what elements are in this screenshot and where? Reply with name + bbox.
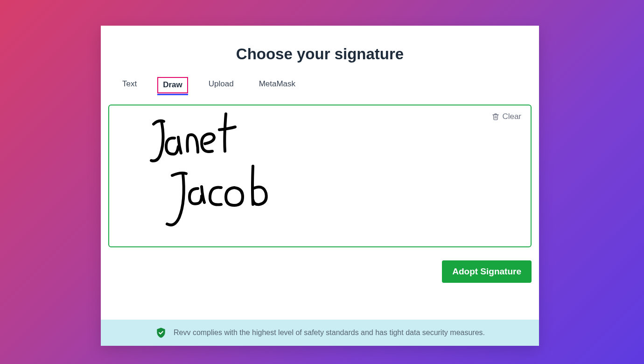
modal-title: Choose your signature [101, 45, 539, 63]
signature-modal: Choose your signature Text Draw Upload M… [101, 26, 539, 346]
tab-upload[interactable]: Upload [204, 77, 238, 91]
trash-icon [492, 113, 499, 120]
signature-tabs: Text Draw Upload MetaMask [118, 77, 539, 93]
clear-button[interactable]: Clear [492, 112, 521, 121]
page-background: Choose your signature Text Draw Upload M… [0, 0, 644, 364]
shield-check-icon [155, 327, 167, 339]
clear-label: Clear [502, 112, 521, 121]
compliance-message: Revv complies with the highest level of … [174, 329, 485, 337]
compliance-footer: Revv complies with the highest level of … [101, 320, 539, 346]
tab-text[interactable]: Text [118, 77, 141, 91]
action-row: Adopt Signature [101, 247, 539, 283]
tab-metamask[interactable]: MetaMask [254, 77, 300, 91]
adopt-signature-button[interactable]: Adopt Signature [442, 260, 532, 283]
signature-canvas[interactable]: Clear [108, 105, 532, 247]
drawn-signature [128, 105, 296, 241]
tab-draw[interactable]: Draw [157, 77, 188, 93]
